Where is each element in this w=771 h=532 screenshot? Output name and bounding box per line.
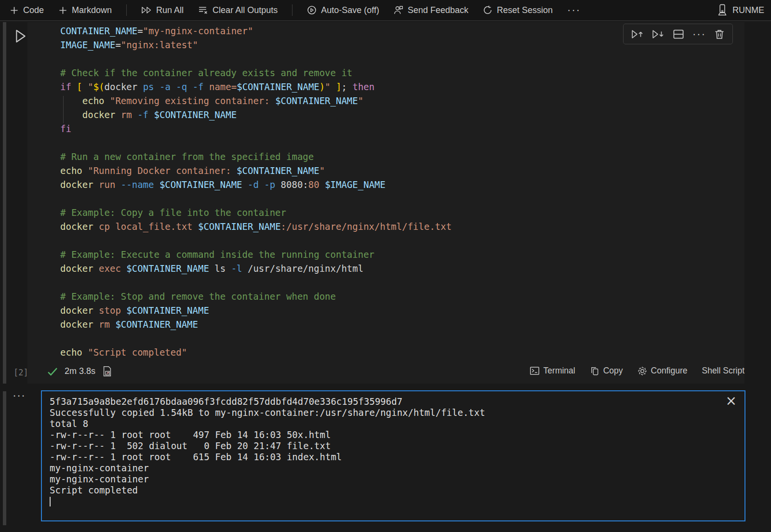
runme-label: RUNME	[732, 5, 764, 15]
new-code-cell-label: Code	[23, 5, 44, 15]
toolbar-more-button[interactable]: ···	[567, 8, 581, 13]
configure-label: Configure	[651, 366, 688, 376]
clear-all-outputs-label: Clear All Outputs	[213, 5, 278, 15]
auto-save-toggle[interactable]: Auto-Save (off)	[307, 5, 379, 15]
feedback-icon	[394, 5, 403, 15]
runme-icon	[717, 4, 728, 16]
output-text: 5f3a715a9a8be2efd6176bdaa096f3fcdd82f57d…	[50, 396, 485, 506]
clear-all-outputs-button[interactable]: Clear All Outputs	[198, 5, 278, 15]
new-markdown-cell-button[interactable]: Markdown	[58, 5, 112, 15]
cell-focus-bar	[3, 22, 6, 384]
execution-duration: 2m 3.8s	[65, 366, 95, 376]
terminal-label: Terminal	[544, 366, 575, 376]
split-cell-icon[interactable]	[673, 29, 684, 40]
open-output-in-editor-icon[interactable]	[102, 366, 112, 377]
terminal-icon	[530, 366, 540, 375]
reset-session-button[interactable]: Reset Session	[483, 5, 553, 15]
toolbar-divider	[126, 4, 127, 16]
terminal-cursor	[50, 497, 51, 506]
run-cells-below-icon[interactable]	[652, 29, 665, 40]
auto-save-label: Auto-Save (off)	[321, 5, 379, 15]
auto-save-icon	[307, 5, 317, 15]
language-picker[interactable]: Shell Script	[702, 366, 744, 376]
send-feedback-button[interactable]: Send Feedback	[394, 5, 468, 15]
reset-icon	[483, 5, 492, 15]
execution-count: [2]	[13, 368, 28, 377]
new-code-cell-button[interactable]: Code	[10, 5, 44, 15]
ellipsis-icon: ···	[567, 8, 581, 13]
run-cell-button[interactable]	[15, 29, 27, 45]
reset-session-label: Reset Session	[497, 5, 553, 15]
play-icon	[15, 29, 27, 43]
new-markdown-cell-label: Markdown	[72, 5, 112, 15]
runme-badge[interactable]: RUNME	[717, 4, 764, 16]
run-all-icon	[141, 6, 152, 14]
run-all-label: Run All	[156, 5, 184, 15]
code-lines[interactable]: CONTAINER_NAME="my-nginx-container"IMAGE…	[60, 24, 452, 359]
output-panel: 5f3a715a9a8be2efd6176bdaa096f3fcdd82f57d…	[41, 390, 745, 521]
success-check-icon	[47, 367, 58, 376]
cell-toolbar: ···	[623, 24, 733, 44]
cell-focus-bar	[3, 391, 6, 525]
copy-button[interactable]: Copy	[590, 366, 623, 376]
toolbar-divider	[292, 4, 292, 16]
close-output-icon[interactable]: ×	[726, 393, 737, 409]
notebook-toolbar: Code Markdown Run All Clear All Outputs	[0, 0, 771, 21]
gear-icon	[638, 366, 647, 376]
plus-icon	[58, 6, 67, 15]
language-label: Shell Script	[702, 366, 744, 376]
run-cells-above-icon[interactable]	[631, 29, 644, 40]
output-more-button[interactable]: ···	[13, 388, 26, 402]
clear-outputs-icon	[198, 6, 208, 14]
trash-icon[interactable]	[714, 29, 725, 40]
notebook-window: Code Markdown Run All Clear All Outputs	[0, 0, 771, 532]
copy-label: Copy	[603, 366, 623, 376]
cell-status-left: 2m 3.8s	[47, 366, 112, 377]
configure-button[interactable]: Configure	[638, 366, 688, 376]
send-feedback-label: Send Feedback	[408, 5, 468, 15]
terminal-button[interactable]: Terminal	[530, 366, 575, 376]
plus-icon	[10, 6, 19, 15]
copy-icon	[590, 366, 599, 376]
run-all-button[interactable]: Run All	[141, 5, 184, 15]
cell-more-icon[interactable]: ···	[692, 32, 706, 37]
code-editor: CONTAINER_NAME="my-nginx-container"IMAGE…	[27, 22, 744, 384]
cell-status-right: Terminal Copy Configure Shell Script	[530, 366, 744, 376]
